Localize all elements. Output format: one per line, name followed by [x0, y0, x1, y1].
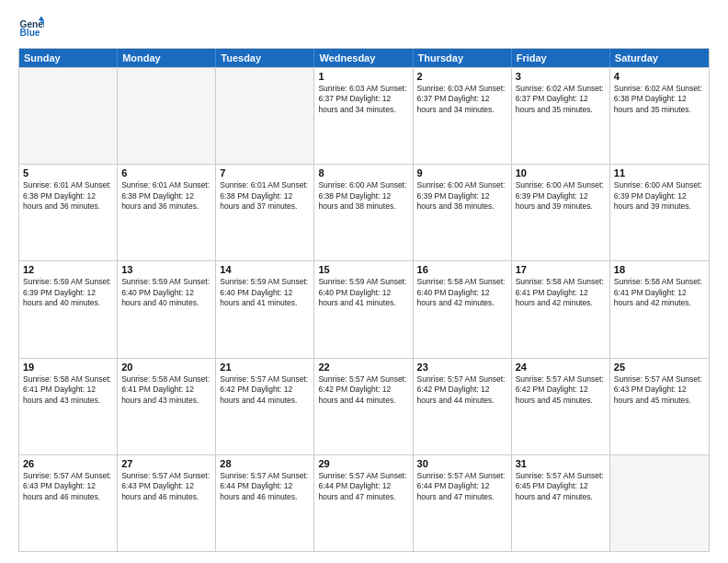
day-info: Sunrise: 5:57 AM Sunset: 6:44 PM Dayligh…	[318, 471, 408, 502]
cal-day-9: 9Sunrise: 6:00 AM Sunset: 6:39 PM Daylig…	[414, 165, 512, 260]
cal-day-10: 10Sunrise: 6:00 AM Sunset: 6:39 PM Dayli…	[512, 165, 610, 260]
cal-day-25: 25Sunrise: 5:57 AM Sunset: 6:43 PM Dayli…	[610, 359, 709, 454]
day-info: Sunrise: 5:57 AM Sunset: 6:43 PM Dayligh…	[614, 374, 705, 406]
day-info: Sunrise: 5:58 AM Sunset: 6:41 PM Dayligh…	[516, 277, 606, 308]
cal-day-18: 18Sunrise: 5:58 AM Sunset: 6:41 PM Dayli…	[610, 261, 709, 357]
day-info: Sunrise: 6:01 AM Sunset: 6:38 PM Dayligh…	[23, 180, 113, 212]
weekday-header-sunday: Sunday	[19, 49, 118, 67]
day-info: Sunrise: 6:00 AM Sunset: 6:39 PM Dayligh…	[417, 180, 507, 212]
day-info: Sunrise: 6:00 AM Sunset: 6:38 PM Dayligh…	[318, 180, 408, 212]
day-info: Sunrise: 5:57 AM Sunset: 6:43 PM Dayligh…	[23, 471, 113, 502]
day-number: 12	[23, 264, 113, 275]
day-number: 29	[318, 458, 408, 469]
weekday-header-thursday: Thursday	[414, 49, 512, 67]
day-info: Sunrise: 5:59 AM Sunset: 6:40 PM Dayligh…	[121, 277, 211, 308]
day-number: 20	[121, 362, 211, 373]
cal-day-13: 13Sunrise: 5:59 AM Sunset: 6:40 PM Dayli…	[118, 261, 216, 357]
day-info: Sunrise: 5:58 AM Sunset: 6:41 PM Dayligh…	[121, 374, 211, 406]
day-number: 26	[23, 458, 113, 469]
cal-day-empty-4-6	[610, 455, 709, 551]
calendar-body: 1Sunrise: 6:03 AM Sunset: 6:37 PM Daylig…	[19, 67, 709, 551]
logo-icon: General Blue	[18, 15, 44, 40]
day-number: 31	[516, 458, 606, 469]
day-number: 13	[121, 264, 211, 275]
day-number: 23	[417, 362, 507, 373]
logo: General Blue	[18, 15, 48, 40]
day-number: 10	[516, 167, 606, 178]
cal-day-4: 4Sunrise: 6:02 AM Sunset: 6:38 PM Daylig…	[610, 68, 709, 164]
day-info: Sunrise: 5:58 AM Sunset: 6:41 PM Dayligh…	[23, 374, 113, 406]
day-number: 25	[614, 362, 705, 373]
calendar: SundayMondayTuesdayWednesdayThursdayFrid…	[18, 48, 710, 552]
day-number: 4	[614, 71, 705, 82]
day-info: Sunrise: 6:02 AM Sunset: 6:38 PM Dayligh…	[614, 84, 705, 115]
day-info: Sunrise: 6:03 AM Sunset: 6:37 PM Dayligh…	[417, 84, 507, 115]
weekday-header-wednesday: Wednesday	[314, 49, 413, 67]
cal-day-8: 8Sunrise: 6:00 AM Sunset: 6:38 PM Daylig…	[314, 165, 413, 260]
weekday-header-tuesday: Tuesday	[216, 49, 314, 67]
cal-day-17: 17Sunrise: 5:58 AM Sunset: 6:41 PM Dayli…	[512, 261, 610, 357]
day-number: 21	[220, 362, 310, 373]
cal-day-empty-0-1	[118, 68, 216, 164]
cal-day-21: 21Sunrise: 5:57 AM Sunset: 6:42 PM Dayli…	[216, 359, 314, 454]
day-number: 16	[417, 264, 507, 275]
day-number: 30	[417, 458, 507, 469]
weekday-header-saturday: Saturday	[610, 49, 709, 67]
cal-day-14: 14Sunrise: 5:59 AM Sunset: 6:40 PM Dayli…	[216, 261, 314, 357]
page-header: General Blue	[18, 15, 710, 40]
day-number: 8	[318, 167, 408, 178]
cal-day-15: 15Sunrise: 5:59 AM Sunset: 6:40 PM Dayli…	[314, 261, 413, 357]
day-number: 19	[23, 362, 113, 373]
day-number: 28	[220, 458, 310, 469]
cal-day-30: 30Sunrise: 5:57 AM Sunset: 6:44 PM Dayli…	[414, 455, 512, 551]
cal-day-28: 28Sunrise: 5:57 AM Sunset: 6:44 PM Dayli…	[216, 455, 314, 551]
cal-day-12: 12Sunrise: 5:59 AM Sunset: 6:39 PM Dayli…	[19, 261, 118, 357]
cal-day-31: 31Sunrise: 5:57 AM Sunset: 6:45 PM Dayli…	[512, 455, 610, 551]
day-info: Sunrise: 5:57 AM Sunset: 6:45 PM Dayligh…	[516, 471, 606, 502]
cal-day-19: 19Sunrise: 5:58 AM Sunset: 6:41 PM Dayli…	[19, 359, 118, 454]
day-number: 1	[318, 71, 408, 82]
day-number: 5	[23, 167, 113, 178]
day-number: 9	[417, 167, 507, 178]
day-number: 14	[220, 264, 310, 275]
calendar-row-2: 5Sunrise: 6:01 AM Sunset: 6:38 PM Daylig…	[19, 164, 709, 260]
day-number: 15	[318, 264, 408, 275]
day-info: Sunrise: 6:00 AM Sunset: 6:39 PM Dayligh…	[516, 180, 606, 212]
cal-day-6: 6Sunrise: 6:01 AM Sunset: 6:38 PM Daylig…	[118, 165, 216, 260]
svg-marker-2	[39, 17, 44, 21]
day-number: 22	[318, 362, 408, 373]
day-info: Sunrise: 5:59 AM Sunset: 6:40 PM Dayligh…	[318, 277, 408, 308]
weekday-header-friday: Friday	[512, 49, 610, 67]
day-info: Sunrise: 5:59 AM Sunset: 6:40 PM Dayligh…	[220, 277, 310, 308]
day-info: Sunrise: 6:00 AM Sunset: 6:39 PM Dayligh…	[614, 180, 705, 212]
cal-day-3: 3Sunrise: 6:02 AM Sunset: 6:37 PM Daylig…	[512, 68, 610, 164]
cal-day-11: 11Sunrise: 6:00 AM Sunset: 6:39 PM Dayli…	[610, 165, 709, 260]
cal-day-2: 2Sunrise: 6:03 AM Sunset: 6:37 PM Daylig…	[414, 68, 512, 164]
calendar-row-5: 26Sunrise: 5:57 AM Sunset: 6:43 PM Dayli…	[19, 454, 709, 551]
day-number: 18	[614, 264, 705, 275]
day-info: Sunrise: 5:58 AM Sunset: 6:40 PM Dayligh…	[417, 277, 507, 308]
day-info: Sunrise: 5:57 AM Sunset: 6:44 PM Dayligh…	[417, 471, 507, 502]
cal-day-16: 16Sunrise: 5:58 AM Sunset: 6:40 PM Dayli…	[414, 261, 512, 357]
cal-day-22: 22Sunrise: 5:57 AM Sunset: 6:42 PM Dayli…	[314, 359, 413, 454]
day-info: Sunrise: 6:01 AM Sunset: 6:38 PM Dayligh…	[220, 180, 310, 212]
day-number: 2	[417, 71, 507, 82]
day-info: Sunrise: 5:57 AM Sunset: 6:43 PM Dayligh…	[121, 471, 211, 502]
day-info: Sunrise: 5:58 AM Sunset: 6:41 PM Dayligh…	[614, 277, 705, 308]
day-info: Sunrise: 6:02 AM Sunset: 6:37 PM Dayligh…	[516, 84, 606, 115]
day-number: 17	[516, 264, 606, 275]
cal-day-1: 1Sunrise: 6:03 AM Sunset: 6:37 PM Daylig…	[314, 68, 413, 164]
calendar-row-3: 12Sunrise: 5:59 AM Sunset: 6:39 PM Dayli…	[19, 260, 709, 357]
day-info: Sunrise: 5:57 AM Sunset: 6:44 PM Dayligh…	[220, 471, 310, 502]
cal-day-29: 29Sunrise: 5:57 AM Sunset: 6:44 PM Dayli…	[314, 455, 413, 551]
calendar-header: SundayMondayTuesdayWednesdayThursdayFrid…	[19, 49, 709, 67]
day-info: Sunrise: 5:57 AM Sunset: 6:42 PM Dayligh…	[417, 374, 507, 406]
calendar-row-4: 19Sunrise: 5:58 AM Sunset: 6:41 PM Dayli…	[19, 358, 709, 454]
day-number: 24	[516, 362, 606, 373]
svg-text:Blue: Blue	[20, 28, 40, 38]
day-info: Sunrise: 5:57 AM Sunset: 6:42 PM Dayligh…	[318, 374, 408, 406]
cal-day-empty-0-0	[19, 68, 118, 164]
day-info: Sunrise: 5:59 AM Sunset: 6:39 PM Dayligh…	[23, 277, 113, 308]
day-number: 7	[220, 167, 310, 178]
cal-day-5: 5Sunrise: 6:01 AM Sunset: 6:38 PM Daylig…	[19, 165, 118, 260]
